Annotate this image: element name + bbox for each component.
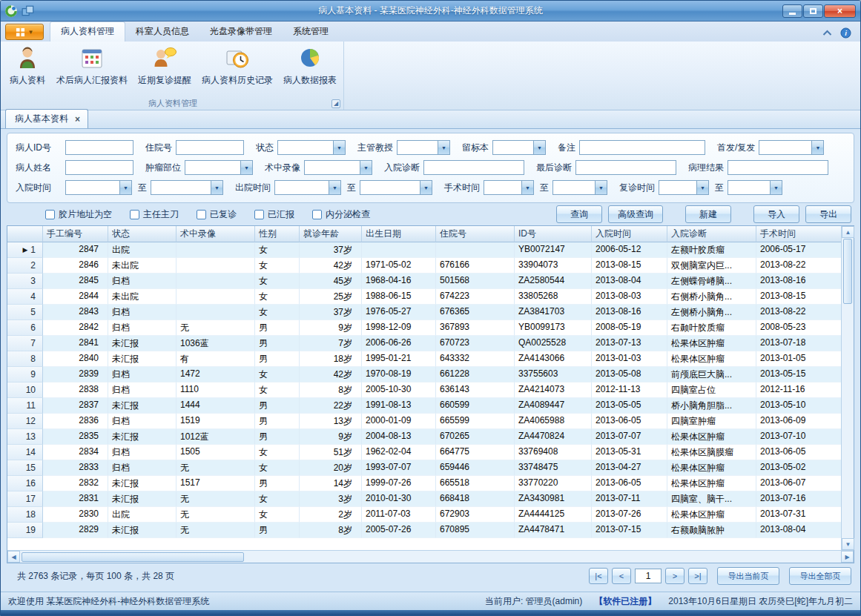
table-row[interactable]: 102838归档1110女8岁2005-10-30636143ZA4214073… [7,382,841,398]
dialog-launcher-icon[interactable]: ◢ [331,99,340,108]
tumor-site-select[interactable]: ▼ [185,160,253,175]
dropdown-arrow-icon[interactable]: ▼ [240,161,252,174]
quick-access-icon[interactable] [22,4,35,18]
table-row[interactable]: 92839归档1472女42岁1970-08-19661228337556032… [7,367,841,382]
grid-column-header[interactable]: 就诊年龄 [300,226,362,242]
film-address-empty-checkbox[interactable]: 胶片地址为空 [45,208,112,221]
grid-column-header[interactable]: ID号 [515,226,592,242]
table-row[interactable]: 72841未汇报1036蓝男7岁2006-06-26670723QA002552… [7,336,841,351]
dropdown-arrow-icon[interactable]: ▼ [811,141,823,154]
admit-from-select[interactable]: ▼ [65,180,132,195]
vertical-scroll-thumb[interactable] [843,239,852,304]
grid-column-header[interactable]: 手工编号 [43,226,108,242]
status-select[interactable]: ▼ [277,140,346,155]
admit-to-select[interactable]: ▼ [151,180,223,195]
grid-column-header[interactable]: 入院诊断 [667,226,756,242]
table-row[interactable]: 52843归档女37岁1976-05-27676365ZA38417032013… [7,305,841,320]
dropdown-arrow-icon[interactable]: ▼ [333,141,345,154]
table-row[interactable]: 132835未汇报1012蓝男9岁2004-08-13670265ZA44708… [7,429,841,445]
scroll-up-icon[interactable]: ▲ [842,226,854,238]
discharge-to-select[interactable]: ▼ [360,180,432,195]
export-current-page-button[interactable]: 导出当前页 [717,567,779,585]
table-row[interactable]: 122836归档1519男13岁2000-01-09665599ZA406598… [7,414,841,429]
maximize-button[interactable] [803,4,823,18]
revisit-to-select[interactable]: ▼ [728,180,782,195]
first-page-button[interactable]: |< [589,568,608,584]
export-button[interactable]: 导出 [805,205,851,223]
dropdown-arrow-icon[interactable]: ▼ [420,181,432,194]
dropdown-arrow-icon[interactable]: ▼ [770,181,782,194]
app-menu-button[interactable]: ▼ [5,24,44,40]
table-row[interactable]: ▶12847出院女37岁YB00721472006-05-12左额叶胶质瘤200… [7,242,841,258]
minimize-button[interactable] [782,4,802,18]
table-row[interactable]: 192829未汇报无男8岁2005-07-26670895ZA447847120… [7,523,841,538]
endocrine-exam-checkbox[interactable]: 内分泌检查 [312,208,370,221]
remark-input[interactable] [579,140,705,155]
discharge-from-select[interactable]: ▼ [274,180,341,195]
table-row[interactable]: 182830出院无女2岁2011-07-03672903ZA4444125201… [7,507,841,523]
table-row[interactable]: 162832未汇报1517男14岁1999-07-266655183377022… [7,476,841,491]
surgery-to-select[interactable]: ▼ [552,180,607,195]
prev-page-button[interactable]: < [612,568,631,584]
dropdown-arrow-icon[interactable]: ▼ [211,181,222,194]
import-button[interactable]: 导入 [753,205,799,223]
new-button[interactable]: 新建 [685,205,731,223]
grid-column-header[interactable]: 住院号 [436,226,515,242]
table-row[interactable]: 62842归档无男9岁1998-12-09367893YB00991732008… [7,320,841,336]
ribbon-tab-1[interactable]: 病人资料管理 [50,21,125,42]
revisit-from-select[interactable]: ▼ [659,180,709,195]
vertical-scrollbar[interactable]: ▲ ▼ [841,226,854,550]
dropdown-arrow-icon[interactable]: ▼ [329,181,340,194]
horizontal-scrollbar[interactable]: ◀ ▶ [7,550,854,563]
tab-patient-basic-data[interactable]: 病人基本资料 × [5,109,88,128]
dropdown-arrow-icon[interactable]: ▼ [521,181,533,194]
grid-column-header[interactable]: 出生日期 [362,226,436,242]
ribbon-tab-4[interactable]: 系统管理 [283,22,339,42]
collapse-ribbon-icon[interactable] [822,27,833,39]
professor-select[interactable]: ▼ [397,140,450,155]
grid-column-header[interactable]: 术中录像 [177,226,255,242]
scroll-down-icon[interactable]: ▼ [842,538,854,550]
patient-data-button[interactable]: 病人资料 [4,43,51,89]
grid-column-header[interactable]: 入院时间 [592,226,667,242]
admission-no-input[interactable] [176,140,244,155]
data-report-button[interactable]: 病人数据报表 [278,43,342,89]
last-page-button[interactable]: >| [688,568,707,584]
ribbon-tab-2[interactable]: 科室人员信息 [125,22,199,42]
dropdown-arrow-icon[interactable]: ▼ [438,141,449,154]
dropdown-arrow-icon[interactable]: ▼ [360,161,372,174]
table-row[interactable]: 152833归档无女20岁1993-07-0765944633748475201… [7,460,841,476]
scroll-right-icon[interactable]: ▶ [841,551,854,563]
table-row[interactable]: 32845归档女45岁1968-04-16501568ZA25805442013… [7,274,841,289]
close-button[interactable]: × [824,4,856,18]
revisit-reminder-button[interactable]: 近期复诊提醒 [133,43,197,89]
patient-name-input[interactable] [65,160,133,175]
reported-checkbox[interactable]: 已汇报 [254,208,294,221]
table-row[interactable]: 42844未出院女25岁1988-06-15674223338052682013… [7,289,841,305]
grid-column-header[interactable]: 性别 [255,226,300,242]
admission-diagnosis-input[interactable] [423,160,524,175]
grid-column-header[interactable]: 状态 [108,226,177,242]
patient-id-input[interactable] [65,140,133,155]
advanced-query-button[interactable]: 高级查询 [608,205,663,223]
next-page-button[interactable]: > [665,568,684,584]
dropdown-arrow-icon[interactable]: ▼ [119,181,131,194]
scroll-left-icon[interactable]: ◀ [7,551,20,563]
query-button[interactable]: 查询 [556,205,602,223]
tab-close-icon[interactable]: × [75,114,80,125]
chief-surgeon-checkbox[interactable]: 主任主刀 [130,208,179,221]
final-diagnosis-input[interactable] [575,160,676,175]
dropdown-arrow-icon[interactable]: ▼ [595,181,607,194]
table-row[interactable]: 112837未汇报1444男22岁1991-08-13660599ZA40894… [7,398,841,414]
surgery-from-select[interactable]: ▼ [484,180,534,195]
grid-column-header[interactable]: 手术时间 [756,226,841,242]
ribbon-tab-3[interactable]: 光盘录像带管理 [199,22,283,42]
table-row[interactable]: 142834归档1505女51岁1962-02-0466477533769408… [7,445,841,460]
postop-report-button[interactable]: 术后病人汇报资料 [51,43,133,89]
page-number-input[interactable]: 1 [635,569,662,583]
table-row[interactable]: 82840未汇报有男18岁1995-01-21643332ZA414306620… [7,351,841,367]
table-row[interactable]: 22846未出院女42岁1971-05-02676166339040732013… [7,258,841,274]
specimen-select[interactable]: ▼ [492,140,546,155]
revisited-checkbox[interactable]: 已复诊 [197,208,237,221]
export-all-pages-button[interactable]: 导出全部页 [789,567,851,585]
